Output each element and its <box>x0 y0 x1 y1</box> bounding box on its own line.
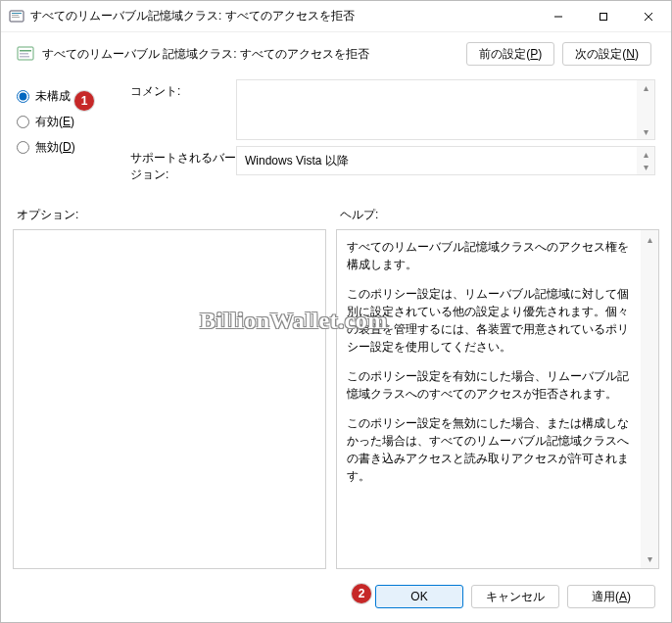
radio-disabled[interactable]: 無効(D) <box>17 134 115 160</box>
state-radios: 未構成 有効(E) 無効(D) <box>17 79 115 189</box>
svg-rect-2 <box>12 15 19 16</box>
policy-title: すべてのリムーバブル 記憶域クラス: すべてのアクセスを拒否 <box>42 46 458 63</box>
radio-not-configured-input[interactable] <box>17 90 29 103</box>
svg-rect-11 <box>20 56 29 58</box>
scroll-up-icon: ▴ <box>644 149 648 160</box>
annotation-marker-2: 2 <box>352 584 371 603</box>
radio-disabled-label: 無効(D) <box>35 139 75 156</box>
scroll-down-icon: ▾ <box>644 162 648 172</box>
help-p1: すべてのリムーバブル記憶域クラスへのアクセス権を構成します。 <box>347 238 637 273</box>
scroll-down-icon: ▾ <box>648 551 652 566</box>
supported-field: Windows Vista 以降 ▴ ▾ <box>236 146 655 175</box>
titlebar: すべてのリムーバブル記憶域クラス: すべてのアクセスを拒否 <box>1 1 671 32</box>
help-p4: このポリシー設定を無効にした場合、または構成しなかった場合は、すべてのリムーバブ… <box>347 414 637 485</box>
policy-editor-window: すべてのリムーバブル記憶域クラス: すべてのアクセスを拒否 すべてのリムーバブル… <box>0 0 672 623</box>
app-icon <box>9 9 24 24</box>
window-title: すべてのリムーバブル記憶域クラス: すべてのアクセスを拒否 <box>30 8 536 24</box>
policy-header: すべてのリムーバブル 記憶域クラス: すべてのアクセスを拒否 前の設定(P) 次… <box>1 32 671 73</box>
help-section-label: ヘルプ: <box>340 207 378 223</box>
options-section-label: オプション: <box>17 207 340 223</box>
minimize-button[interactable] <box>536 2 581 31</box>
comment-scrollbar[interactable]: ▴ ▾ <box>637 80 654 139</box>
supported-label: サポートされるバージョン: <box>130 146 236 183</box>
window-controls <box>536 2 671 31</box>
apply-button[interactable]: 適用(A) <box>567 585 655 608</box>
radio-not-configured[interactable]: 未構成 <box>17 83 115 109</box>
help-p3: このポリシー設定を有効にした場合、リムーバブル記憶域クラスへのすべてのアクセスが… <box>347 367 637 403</box>
help-scrollbar[interactable]: ▴ ▾ <box>641 230 658 568</box>
annotation-marker-1: 1 <box>74 91 94 111</box>
supported-scrollbar[interactable]: ▴ ▾ <box>637 147 654 174</box>
supported-value: Windows Vista 以降 <box>245 154 349 168</box>
radio-enabled-label: 有効(E) <box>35 114 74 130</box>
options-panel <box>13 229 326 569</box>
radio-enabled-input[interactable] <box>17 116 29 128</box>
svg-rect-9 <box>20 50 31 52</box>
svg-rect-5 <box>600 13 607 20</box>
svg-rect-3 <box>12 17 20 18</box>
scroll-up-icon: ▴ <box>648 232 652 247</box>
scroll-up-icon: ▴ <box>644 82 648 93</box>
previous-setting-button[interactable]: 前の設定(P) <box>466 42 554 66</box>
cancel-button[interactable]: キャンセル <box>471 585 559 608</box>
config-area: 未構成 有効(E) 無効(D) コメント: ▴ ▾ <box>1 73 671 189</box>
comment-field[interactable]: ▴ ▾ <box>236 79 655 140</box>
svg-rect-1 <box>12 13 22 14</box>
close-button[interactable] <box>626 2 671 31</box>
maximize-button[interactable] <box>581 2 626 31</box>
help-panel: すべてのリムーバブル記憶域クラスへのアクセス権を構成します。 このポリシー設定は… <box>336 229 659 569</box>
next-setting-button[interactable]: 次の設定(N) <box>562 42 651 66</box>
help-p2: このポリシー設定は、リムーバブル記憶域に対して個別に設定されている他の設定より優… <box>347 285 637 356</box>
svg-rect-0 <box>10 11 24 22</box>
radio-disabled-input[interactable] <box>17 141 29 154</box>
ok-button[interactable]: OK <box>375 585 463 608</box>
scroll-down-icon: ▾ <box>644 126 648 137</box>
comment-label: コメント: <box>130 79 236 140</box>
svg-rect-10 <box>20 53 28 55</box>
dialog-footer: OK キャンセル 適用(A) <box>1 575 671 622</box>
policy-icon <box>17 45 34 63</box>
radio-enabled[interactable]: 有効(E) <box>17 109 115 134</box>
radio-not-configured-label: 未構成 <box>35 88 71 105</box>
